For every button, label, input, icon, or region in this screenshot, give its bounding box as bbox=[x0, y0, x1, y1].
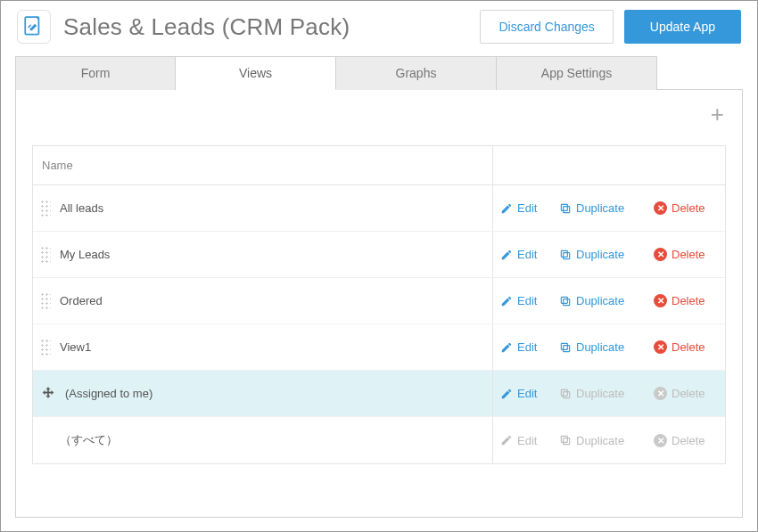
row-actions: EditDuplicate✕Delete bbox=[493, 371, 725, 416]
edit-label: Edit bbox=[517, 201, 537, 215]
duplicate-label: Duplicate bbox=[576, 340, 624, 354]
edit-action: Edit bbox=[500, 434, 547, 447]
views-table: Name All leadsEditDuplicate✕DeleteMy Lea… bbox=[32, 145, 726, 464]
duplicate-action[interactable]: Duplicate bbox=[559, 248, 641, 261]
table-row: My LeadsEditDuplicate✕Delete bbox=[33, 232, 725, 278]
duplicate-icon bbox=[559, 202, 572, 215]
view-name-cell: View1 bbox=[33, 324, 493, 370]
svg-rect-7 bbox=[564, 345, 570, 351]
delete-label: Delete bbox=[671, 201, 705, 215]
edit-label: Edit bbox=[517, 294, 537, 307]
duplicate-action[interactable]: Duplicate bbox=[559, 294, 641, 307]
view-name-cell: (Assigned to me) bbox=[33, 371, 493, 416]
svg-rect-6 bbox=[561, 297, 567, 303]
edit-label: Edit bbox=[517, 387, 537, 400]
drag-handle-icon[interactable] bbox=[40, 292, 51, 310]
svg-rect-4 bbox=[561, 250, 567, 257]
duplicate-label: Duplicate bbox=[576, 387, 624, 400]
plus-icon: + bbox=[711, 101, 724, 127]
view-name-label: My Leads bbox=[60, 248, 110, 261]
table-header-row: Name bbox=[33, 146, 725, 185]
app-icon bbox=[17, 10, 51, 44]
edit-label: Edit bbox=[517, 248, 537, 261]
view-name-label: View1 bbox=[60, 340, 91, 354]
duplicate-icon bbox=[559, 249, 572, 261]
duplicate-action: Duplicate bbox=[559, 434, 641, 447]
view-name-label: (Assigned to me) bbox=[65, 387, 152, 400]
pencil-icon bbox=[500, 388, 513, 400]
view-name-cell: （すべて） bbox=[33, 417, 493, 463]
delete-action: ✕Delete bbox=[654, 387, 716, 400]
tab-form[interactable]: Form bbox=[15, 56, 176, 90]
edit-label: Edit bbox=[517, 434, 537, 447]
svg-rect-2 bbox=[561, 204, 567, 210]
view-name-label: （すべて） bbox=[60, 432, 118, 448]
drag-handle-icon[interactable] bbox=[40, 246, 51, 264]
duplicate-label: Duplicate bbox=[576, 294, 624, 307]
discard-changes-button[interactable]: Discard Changes bbox=[480, 10, 613, 44]
delete-icon: ✕ bbox=[654, 201, 667, 215]
delete-action: ✕Delete bbox=[654, 434, 716, 447]
drag-handle-icon[interactable] bbox=[40, 200, 51, 217]
duplicate-action[interactable]: Duplicate bbox=[559, 340, 641, 354]
duplicate-label: Duplicate bbox=[576, 248, 624, 261]
delete-action[interactable]: ✕Delete bbox=[654, 340, 716, 354]
svg-rect-1 bbox=[564, 206, 570, 212]
delete-icon: ✕ bbox=[654, 387, 667, 400]
table-row: View1EditDuplicate✕Delete bbox=[33, 324, 725, 371]
edit-action[interactable]: Edit bbox=[500, 340, 547, 354]
svg-rect-11 bbox=[564, 438, 570, 445]
file-tool-icon bbox=[22, 15, 45, 38]
delete-icon: ✕ bbox=[654, 340, 667, 354]
view-name-label: Ordered bbox=[60, 294, 103, 307]
view-name-cell: My Leads bbox=[33, 232, 493, 277]
update-app-button[interactable]: Update App bbox=[624, 10, 741, 44]
pencil-icon bbox=[500, 341, 513, 354]
row-actions: EditDuplicate✕Delete bbox=[493, 278, 725, 323]
tab-views[interactable]: Views bbox=[176, 56, 336, 90]
pencil-icon bbox=[500, 249, 513, 261]
edit-action[interactable]: Edit bbox=[500, 248, 547, 261]
app-title: Sales & Leads (CRM Pack) bbox=[63, 13, 467, 41]
duplicate-label: Duplicate bbox=[576, 434, 624, 447]
delete-action[interactable]: ✕Delete bbox=[654, 201, 716, 215]
tab-graphs[interactable]: Graphs bbox=[336, 56, 497, 90]
delete-label: Delete bbox=[671, 248, 705, 261]
edit-action[interactable]: Edit bbox=[500, 387, 547, 400]
svg-rect-5 bbox=[564, 299, 570, 305]
delete-label: Delete bbox=[671, 340, 705, 354]
svg-rect-3 bbox=[564, 252, 570, 258]
duplicate-action[interactable]: Duplicate bbox=[559, 201, 641, 215]
row-actions: EditDuplicate✕Delete bbox=[493, 417, 725, 463]
delete-icon: ✕ bbox=[654, 294, 667, 307]
svg-rect-8 bbox=[561, 343, 567, 349]
delete-label: Delete bbox=[671, 434, 705, 447]
row-actions: EditDuplicate✕Delete bbox=[493, 232, 725, 277]
row-actions: EditDuplicate✕Delete bbox=[493, 324, 725, 370]
delete-label: Delete bbox=[671, 387, 705, 400]
table-row: （すべて）EditDuplicate✕Delete bbox=[33, 417, 725, 463]
pencil-icon bbox=[500, 295, 513, 307]
delete-action[interactable]: ✕Delete bbox=[654, 294, 716, 307]
add-view-button[interactable]: + bbox=[711, 102, 724, 126]
table-header-actions bbox=[493, 146, 725, 184]
table-row: All leadsEditDuplicate✕Delete bbox=[33, 185, 725, 232]
view-name-label: All leads bbox=[60, 201, 103, 215]
drag-handle-icon[interactable] bbox=[40, 339, 51, 356]
delete-action[interactable]: ✕Delete bbox=[654, 248, 716, 261]
pencil-icon bbox=[500, 434, 513, 446]
duplicate-action: Duplicate bbox=[559, 387, 641, 400]
duplicate-icon bbox=[559, 434, 572, 446]
row-actions: EditDuplicate✕Delete bbox=[493, 185, 725, 231]
edit-action[interactable]: Edit bbox=[500, 294, 547, 307]
pencil-icon bbox=[500, 202, 513, 215]
edit-action[interactable]: Edit bbox=[500, 201, 547, 215]
svg-rect-9 bbox=[564, 391, 570, 397]
view-name-cell: All leads bbox=[33, 185, 493, 231]
table-row: OrderedEditDuplicate✕Delete bbox=[33, 278, 725, 324]
delete-label: Delete bbox=[671, 294, 705, 307]
duplicate-icon bbox=[559, 388, 572, 400]
svg-rect-10 bbox=[561, 389, 567, 396]
tab-app-settings[interactable]: App Settings bbox=[497, 56, 657, 90]
duplicate-icon bbox=[559, 341, 572, 354]
